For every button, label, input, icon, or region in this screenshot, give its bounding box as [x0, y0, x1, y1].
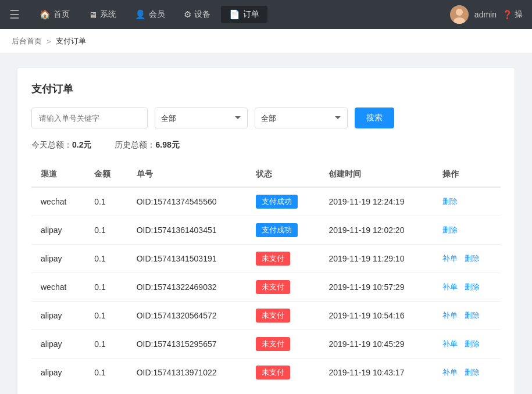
col-status: 状态 [247, 162, 320, 187]
status-filter[interactable]: 全部 [155, 108, 248, 128]
cell-time: 2019-11-19 10:57:29 [319, 273, 433, 302]
table-body: wechat 0.1 OID:15741374545560 支付成功 2019-… [31, 187, 501, 386]
cell-amount: 0.1 [85, 302, 127, 330]
svg-point-1 [456, 9, 463, 16]
nav-home-label: 首页 [53, 9, 70, 20]
cell-channel: alipay [31, 216, 85, 245]
cell-actions: 删除 [433, 216, 501, 245]
breadcrumb: 后台首页 > 支付订单 [0, 29, 532, 54]
avatar [450, 5, 469, 24]
member-icon: 👤 [135, 9, 146, 20]
content-card: 支付订单 全部 全部 搜索 今天总额：0.2元 历史总额：6.98元 [17, 68, 515, 394]
action-delete[interactable]: 删除 [465, 368, 480, 377]
cell-actions: 补单 删除 [433, 330, 501, 359]
help-area[interactable]: ❓ 操 [502, 9, 523, 20]
table-row: wechat 0.1 OID:15741322469032 未支付 2019-1… [31, 273, 501, 302]
system-icon: 🖥 [88, 10, 97, 20]
action-separator [460, 282, 462, 291]
cell-amount: 0.1 [85, 359, 127, 387]
cell-status: 未支付 [247, 245, 320, 273]
home-icon: 🏠 [40, 9, 51, 20]
action-separator [460, 367, 462, 377]
main-content: 支付订单 全部 全部 搜索 今天总额：0.2元 历史总额：6.98元 [0, 54, 532, 394]
cell-status: 未支付 [247, 302, 320, 330]
status-badge: 未支付 [256, 366, 290, 379]
table-row: alipay 0.1 OID:15741341503191 未支付 2019-1… [31, 245, 501, 273]
today-label: 今天总额： [31, 140, 72, 149]
cell-orderno: OID:15741320564572 [127, 302, 247, 330]
cell-time: 2019-11-19 10:43:17 [319, 359, 433, 387]
history-label: 历史总额： [115, 140, 155, 149]
history-stats: 历史总额：6.98元 [115, 140, 179, 151]
cell-amount: 0.1 [85, 245, 127, 273]
filter-bar: 全部 全部 搜索 [31, 108, 501, 128]
cell-status: 支付成功 [247, 216, 320, 245]
action-delete[interactable]: 删除 [465, 254, 480, 263]
channel-filter[interactable]: 全部 [255, 108, 348, 128]
status-badge: 未支付 [256, 252, 290, 266]
order-icon: 📄 [229, 9, 240, 20]
status-badge: 未支付 [256, 280, 290, 294]
top-navigation: ☰ 🏠 首页 🖥 系统 👤 会员 ⚙ 设备 📄 订单 [0, 0, 532, 29]
col-orderno: 单号 [127, 162, 247, 187]
nav-home[interactable]: 🏠 首页 [31, 6, 78, 23]
col-channel: 渠道 [31, 162, 85, 187]
stats-row: 今天总额：0.2元 历史总额：6.98元 [31, 140, 501, 151]
nav-order[interactable]: 📄 订单 [221, 6, 267, 23]
status-badge: 未支付 [256, 309, 290, 323]
action-delete[interactable]: 删除 [465, 282, 480, 291]
cell-actions: 补单 删除 [433, 245, 501, 273]
cell-actions: 删除 [433, 187, 501, 216]
cell-channel: alipay [31, 302, 85, 330]
cell-orderno: OID:15741322469032 [127, 273, 247, 302]
action-separator [460, 253, 462, 263]
breadcrumb-current: 支付订单 [56, 36, 86, 46]
nav-system[interactable]: 🖥 系统 [80, 6, 124, 23]
history-value: 6.98元 [155, 140, 179, 149]
cell-channel: wechat [31, 273, 85, 302]
cell-channel: wechat [31, 187, 85, 216]
cell-orderno: OID:15741313971022 [127, 359, 247, 387]
cell-status: 未支付 [247, 359, 320, 387]
cell-amount: 0.1 [85, 187, 127, 216]
breadcrumb-sep: > [47, 37, 51, 46]
today-stats: 今天总额：0.2元 [31, 140, 91, 151]
action-delete[interactable]: 删除 [465, 311, 480, 320]
action-delete[interactable]: 删除 [442, 197, 458, 206]
breadcrumb-home[interactable]: 后台首页 [12, 36, 42, 46]
cell-amount: 0.1 [85, 216, 127, 245]
cell-actions: 补单 删除 [433, 302, 501, 330]
search-input[interactable] [31, 108, 148, 128]
table-row: alipay 0.1 OID:15741313971022 未支付 2019-1… [31, 359, 501, 387]
nav-system-label: 系统 [100, 9, 116, 20]
cell-orderno: OID:15741315295657 [127, 330, 247, 359]
cell-channel: alipay [31, 245, 85, 273]
nav-order-label: 订单 [243, 9, 259, 20]
cell-actions: 补单 删除 [433, 359, 501, 387]
cell-time: 2019-11-19 11:29:10 [319, 245, 433, 273]
cell-time: 2019-11-19 10:54:16 [319, 302, 433, 330]
action-supplement[interactable]: 补单 [442, 254, 458, 263]
hamburger-menu[interactable]: ☰ [9, 8, 20, 22]
action-supplement[interactable]: 补单 [442, 339, 458, 348]
action-delete[interactable]: 删除 [465, 339, 480, 348]
action-supplement[interactable]: 补单 [442, 282, 458, 291]
page-title: 支付订单 [31, 82, 501, 96]
nav-device[interactable]: ⚙ 设备 [176, 6, 219, 23]
help-label: 操 [515, 9, 523, 20]
action-delete[interactable]: 删除 [442, 225, 458, 234]
col-amount: 金额 [85, 162, 127, 187]
cell-amount: 0.1 [85, 273, 127, 302]
orders-table: 渠道 金额 单号 状态 创建时间 操作 wechat 0.1 OID:15741… [31, 162, 501, 386]
action-supplement[interactable]: 补单 [442, 368, 458, 377]
cell-time: 2019-11-19 12:24:19 [319, 187, 433, 216]
nav-member[interactable]: 👤 会员 [127, 6, 173, 23]
cell-channel: alipay [31, 359, 85, 387]
col-created: 创建时间 [319, 162, 433, 187]
search-button[interactable]: 搜索 [355, 108, 394, 128]
action-supplement[interactable]: 补单 [442, 311, 458, 320]
status-badge: 支付成功 [256, 223, 298, 237]
table-row: alipay 0.1 OID:15741320564572 未支付 2019-1… [31, 302, 501, 330]
cell-orderno: OID:15741374545560 [127, 187, 247, 216]
cell-time: 2019-11-19 10:45:29 [319, 330, 433, 359]
